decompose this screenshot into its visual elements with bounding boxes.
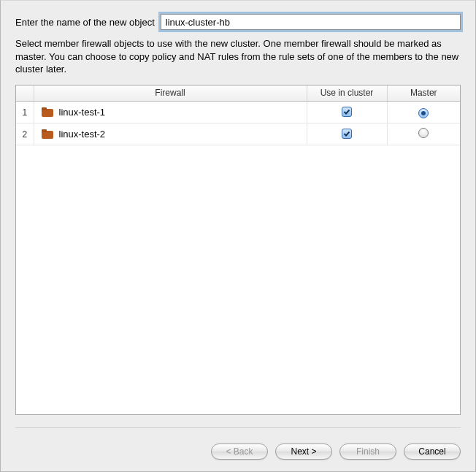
table-row: 2linux-test-2 [16,123,460,145]
firewall-name: linux-test-1 [59,107,106,118]
name-row: Enter the name of the new object [15,14,461,30]
table-header-row: Firewall Use in cluster Master [16,85,460,102]
firewall-table: Firewall Use in cluster Master 1linux-te… [15,85,461,415]
use-in-cluster-cell [307,102,387,123]
firewall-cell[interactable]: linux-test-1 [34,102,307,123]
use-in-cluster-checkbox[interactable] [342,129,352,139]
row-index: 2 [16,123,34,145]
description-text: Select member firewall objects to use wi… [15,37,461,76]
col-header-master: Master [387,85,460,102]
button-bar: < Back Next > Finish Cancel [15,427,461,460]
firewall-name: linux-test-2 [59,129,106,140]
use-in-cluster-cell [307,123,387,145]
cancel-button[interactable]: Cancel [404,444,461,460]
folder-icon [42,129,53,139]
next-button[interactable]: Next > [275,444,332,460]
master-cell [387,102,460,123]
master-radio[interactable] [418,108,429,118]
master-cell [387,123,460,145]
folder-icon [42,107,53,117]
object-name-input[interactable] [161,14,461,30]
name-label: Enter the name of the new object [15,17,155,28]
back-button[interactable]: < Back [211,444,268,460]
use-in-cluster-checkbox[interactable] [342,107,352,117]
col-header-firewall: Firewall [34,85,307,102]
col-header-index [16,85,34,102]
row-index: 1 [16,102,34,123]
col-header-use: Use in cluster [307,85,387,102]
master-radio[interactable] [418,128,429,138]
table-row: 1linux-test-1 [16,102,460,123]
wizard-dialog: Enter the name of the new object Select … [0,0,476,472]
firewall-cell[interactable]: linux-test-2 [34,123,307,145]
finish-button[interactable]: Finish [339,444,396,460]
